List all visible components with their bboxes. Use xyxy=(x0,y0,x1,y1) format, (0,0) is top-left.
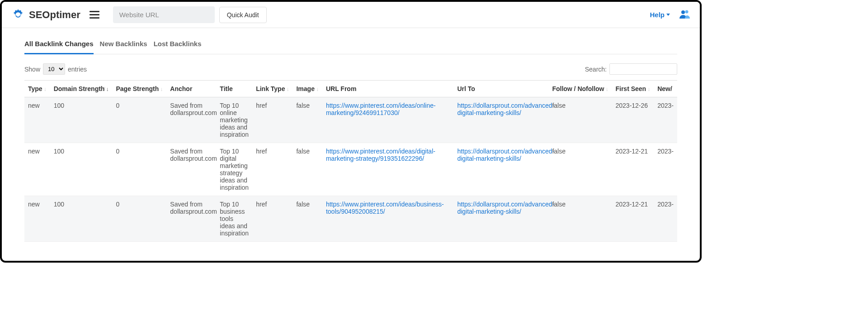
entries-label: entries xyxy=(68,66,87,73)
col-image[interactable]: Image xyxy=(292,81,322,97)
url-to-link[interactable]: https://dollarsprout.com/advanced-digita… xyxy=(457,201,554,215)
col-title[interactable]: Title xyxy=(216,81,252,97)
cell-first-seen: 2023-12-21 xyxy=(612,143,654,196)
cell-follow: false xyxy=(548,97,612,143)
table-row: new1000Saved from dollarsprout.comTop 10… xyxy=(24,143,677,196)
col-anchor[interactable]: Anchor xyxy=(166,81,216,97)
table-row: new1000Saved from dollarsprout.comTop 10… xyxy=(24,196,677,242)
url-to-link[interactable]: https://dollarsprout.com/advanced-digita… xyxy=(457,102,554,116)
col-first-seen[interactable]: First Seen xyxy=(612,81,654,97)
website-url-input[interactable] xyxy=(113,6,215,23)
cell-image: false xyxy=(292,143,322,196)
url-from-link[interactable]: https://www.pinterest.com/ideas/digital-… xyxy=(326,148,435,162)
cell-url-from: https://www.pinterest.com/ideas/online-m… xyxy=(322,97,453,143)
page-size-select[interactable]: 10 xyxy=(43,63,65,75)
url-from-link[interactable]: https://www.pinterest.com/ideas/online-m… xyxy=(326,102,436,116)
cell-new-lost: 2023- xyxy=(654,196,677,242)
cell-domain-strength: 100 xyxy=(50,143,113,196)
quick-audit-button[interactable]: Quick Audit xyxy=(219,7,267,23)
cell-domain-strength: 100 xyxy=(50,97,113,143)
svg-point-2 xyxy=(685,10,689,13)
tab-new-backlinks[interactable]: New Backlinks xyxy=(100,37,147,54)
cell-type: new xyxy=(24,97,50,143)
cell-page-strength: 0 xyxy=(112,196,166,242)
content: All Backlink Changes New Backlinks Lost … xyxy=(2,28,700,242)
cell-url-to: https://dollarsprout.com/advanced-digita… xyxy=(453,143,548,196)
cell-type: new xyxy=(24,143,50,196)
col-url-from[interactable]: URL From xyxy=(322,81,453,97)
cell-anchor: Saved from dollarsprout.com xyxy=(166,97,216,143)
cell-url-to: https://dollarsprout.com/advanced-digita… xyxy=(453,196,548,242)
cell-follow: false xyxy=(548,143,612,196)
col-new-lost[interactable]: New/ xyxy=(654,81,677,97)
cell-new-lost: 2023- xyxy=(654,143,677,196)
cell-new-lost: 2023- xyxy=(654,97,677,143)
search-input[interactable] xyxy=(609,63,677,75)
col-follow[interactable]: Follow / Nofollow xyxy=(548,81,612,97)
cell-image: false xyxy=(292,97,322,143)
tab-all-backlink-changes[interactable]: All Backlink Changes xyxy=(24,37,94,54)
cell-page-strength: 0 xyxy=(112,97,166,143)
cell-type: new xyxy=(24,196,50,242)
cell-page-strength: 0 xyxy=(112,143,166,196)
cell-url-from: https://www.pinterest.com/ideas/digital-… xyxy=(322,143,453,196)
tabs: All Backlink Changes New Backlinks Lost … xyxy=(24,37,677,54)
cell-link-type: href xyxy=(252,196,292,242)
col-url-to[interactable]: Url To xyxy=(453,81,548,97)
cell-title: Top 10 business tools ideas and inspirat… xyxy=(216,196,252,242)
cell-url-from: https://www.pinterest.com/ideas/business… xyxy=(322,196,453,242)
topbar: SEOptimer Quick Audit Help xyxy=(2,2,700,28)
url-from-link[interactable]: https://www.pinterest.com/ideas/business… xyxy=(326,201,444,215)
cell-anchor: Saved from dollarsprout.com xyxy=(166,196,216,242)
cell-title: Top 10 digital marketing strategy ideas … xyxy=(216,143,252,196)
tab-lost-backlinks[interactable]: Lost Backlinks xyxy=(154,37,202,54)
cell-first-seen: 2023-12-26 xyxy=(612,97,654,143)
search-label: Search: xyxy=(585,66,607,73)
col-page-strength[interactable]: Page Strength xyxy=(112,81,166,97)
cell-link-type: href xyxy=(252,143,292,196)
menu-icon[interactable] xyxy=(90,11,99,19)
table-controls: Show 10 entries Search: xyxy=(24,63,677,75)
cell-title: Top 10 online marketing ideas and inspir… xyxy=(216,97,252,143)
svg-point-0 xyxy=(16,13,20,17)
svg-point-1 xyxy=(681,10,685,14)
cell-domain-strength: 100 xyxy=(50,196,113,242)
cell-first-seen: 2023-12-21 xyxy=(612,196,654,242)
logo-text: SEOptimer xyxy=(29,9,80,21)
backlinks-table: Type Domain Strength Page Strength Ancho… xyxy=(24,80,677,242)
col-link-type[interactable]: Link Type xyxy=(252,81,292,97)
col-type[interactable]: Type xyxy=(24,81,50,97)
logo[interactable]: SEOptimer xyxy=(11,8,80,22)
help-dropdown[interactable]: Help xyxy=(650,11,670,19)
cell-url-to: https://dollarsprout.com/advanced-digita… xyxy=(453,97,548,143)
show-label: Show xyxy=(24,66,40,73)
cell-anchor: Saved from dollarsprout.com xyxy=(166,143,216,196)
table-row: new1000Saved from dollarsprout.comTop 10… xyxy=(24,97,677,143)
cell-link-type: href xyxy=(252,97,292,143)
users-icon[interactable] xyxy=(679,9,691,21)
gear-icon xyxy=(11,8,25,22)
col-domain-strength[interactable]: Domain Strength xyxy=(50,81,113,97)
cell-follow: false xyxy=(548,196,612,242)
url-to-link[interactable]: https://dollarsprout.com/advanced-digita… xyxy=(457,148,554,162)
cell-image: false xyxy=(292,196,322,242)
